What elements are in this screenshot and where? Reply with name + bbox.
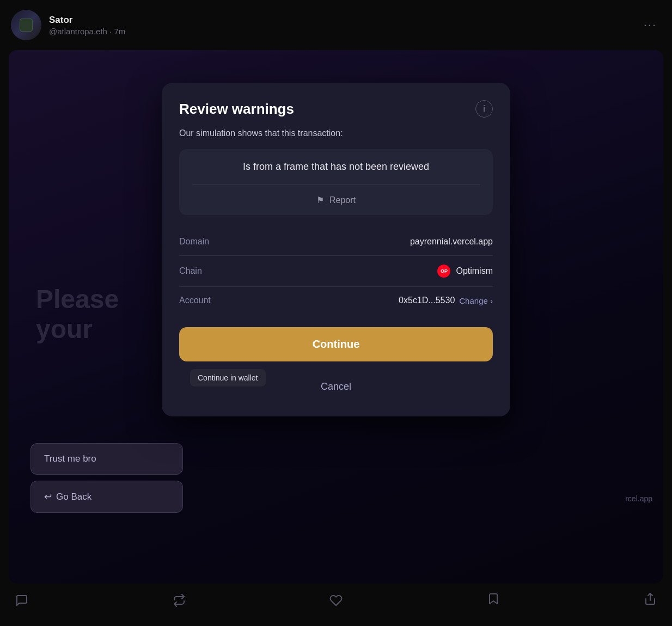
chain-row: Chain OP Optimism bbox=[179, 256, 493, 287]
warning-box: Is from a frame that has not been review… bbox=[179, 149, 493, 215]
domain-value: payrennial.vercel.app bbox=[410, 237, 493, 247]
go-back-emoji: ↩ bbox=[44, 491, 52, 502]
domain-row: Domain payrennial.vercel.app bbox=[179, 228, 493, 256]
cancel-button[interactable]: Cancel bbox=[179, 372, 493, 401]
optimism-badge: OP bbox=[437, 265, 450, 278]
user-name: Sator bbox=[49, 15, 639, 26]
modal-header: Review warnings i bbox=[179, 100, 493, 118]
go-back-button[interactable]: ↩ Go Back bbox=[30, 481, 183, 513]
comment-icon[interactable] bbox=[15, 594, 28, 607]
warning-message: Is from a frame that has not been review… bbox=[179, 149, 493, 185]
user-info: Sator @atlantropa.eth · 7m bbox=[49, 15, 639, 36]
avatar[interactable] bbox=[11, 10, 41, 40]
continue-button-container: Continue Continue in wallet bbox=[179, 327, 493, 364]
post-header: Sator @atlantropa.eth · 7m ··· bbox=[0, 0, 672, 50]
report-button[interactable]: ⚑ Report bbox=[179, 185, 493, 215]
change-account-link[interactable]: Change › bbox=[459, 296, 493, 305]
chain-label: Chain bbox=[179, 266, 202, 276]
info-icon[interactable]: i bbox=[475, 100, 493, 118]
account-value-container: 0x5c1D...5530 Change › bbox=[399, 296, 493, 305]
account-value: 0x5c1D...5530 bbox=[399, 296, 455, 305]
trust-button[interactable]: Trust me bro bbox=[30, 443, 183, 475]
report-label: Report bbox=[329, 195, 356, 205]
domain-label: Domain bbox=[179, 237, 209, 247]
domain-hint: rcel.app bbox=[625, 494, 652, 503]
like-icon[interactable] bbox=[329, 594, 343, 607]
review-warnings-modal: Review warnings i Our simulation shows t… bbox=[162, 83, 510, 416]
user-handle: @atlantropa.eth · 7m bbox=[49, 27, 639, 36]
post-card: Please your Trust me bro ↩ Go Back rcel.… bbox=[9, 50, 663, 584]
bookmark-icon[interactable] bbox=[487, 592, 500, 609]
share-icon[interactable] bbox=[644, 592, 657, 609]
continue-button[interactable]: Continue bbox=[179, 327, 493, 361]
chain-value: Optimism bbox=[456, 266, 493, 276]
modal-subtitle: Our simulation shows that this transacti… bbox=[179, 128, 493, 138]
info-section: Domain payrennial.vercel.app Chain OP Op… bbox=[179, 228, 493, 314]
retweet-icon[interactable] bbox=[173, 594, 186, 607]
go-back-label: Go Back bbox=[56, 492, 91, 502]
modal-title: Review warnings bbox=[179, 101, 294, 118]
chain-value-container: OP Optimism bbox=[437, 265, 493, 278]
flag-icon: ⚑ bbox=[316, 195, 324, 205]
bottom-action-bar bbox=[0, 584, 672, 617]
account-row: Account 0x5c1D...5530 Change › bbox=[179, 287, 493, 314]
account-label: Account bbox=[179, 296, 211, 305]
more-button[interactable]: ··· bbox=[639, 14, 661, 36]
